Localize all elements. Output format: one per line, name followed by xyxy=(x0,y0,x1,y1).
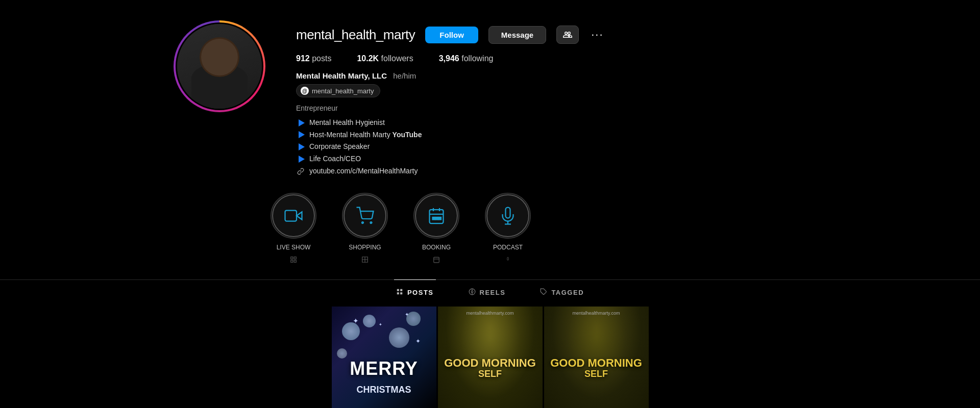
post-1-subtitle: CHRISTMAS xyxy=(357,385,411,395)
camera-icon xyxy=(284,207,303,225)
tab-tagged-label: TAGGED xyxy=(551,289,584,296)
post-1-title: MERRY xyxy=(350,358,418,379)
stat-followers[interactable]: 10.2K followers xyxy=(357,54,413,63)
highlight-circle-podcast xyxy=(486,194,529,237)
posts-label: posts xyxy=(312,54,331,63)
add-friend-button[interactable] xyxy=(556,26,579,44)
svg-rect-11 xyxy=(433,217,435,220)
bio-section: Entrepreneur Mental Health Hygienist Hos… xyxy=(296,103,980,177)
highlight-circle-shopping xyxy=(344,194,386,237)
highlight-label-podcast: PODCAST xyxy=(493,244,523,251)
highlight-label-booking: BOOKING xyxy=(422,244,451,251)
highlight-ring-shopping xyxy=(342,193,388,239)
highlight-label-shopping: SHOPPING xyxy=(349,244,381,251)
tab-tagged[interactable]: TAGGED xyxy=(538,279,586,305)
post-2-site: mentalhealthmarty.com xyxy=(467,311,514,316)
tabs-row: POSTS REELS TAGGED xyxy=(0,280,980,305)
svg-rect-3 xyxy=(294,260,296,262)
tab-reels-label: REELS xyxy=(480,289,506,296)
shopping-cart-icon xyxy=(356,207,374,225)
highlight-booking[interactable]: BOOKING xyxy=(413,193,459,264)
reels-icon xyxy=(469,288,476,297)
svg-rect-12 xyxy=(436,217,438,220)
svg-rect-18 xyxy=(397,289,399,291)
stats-row: 912 posts 10.2K followers 3,946 followin… xyxy=(296,54,980,63)
highlights-section: LIVE SHOW SHOPPING xyxy=(0,177,980,274)
bio-line-1: Mental Health Hygienist xyxy=(296,117,980,129)
svg-rect-0 xyxy=(285,210,297,221)
posts-count: 912 xyxy=(296,54,310,63)
threads-badge[interactable]: @ mental_health_marty xyxy=(296,84,380,97)
username: mental_health_marty xyxy=(296,27,415,43)
display-name: Mental Health Marty, LLC he/him xyxy=(296,71,980,80)
more-options-button[interactable]: ··· xyxy=(589,28,605,41)
post-3-text: GOOD MORNING SELF xyxy=(544,357,649,379)
play-icon-3 xyxy=(296,142,305,151)
highlight-sublabel-live xyxy=(290,256,297,264)
play-icon-1 xyxy=(296,118,305,128)
play-icon-4 xyxy=(296,155,305,164)
calendar-icon xyxy=(427,207,446,225)
bio-line-3: Corporate Speaker xyxy=(296,141,980,153)
tab-posts-label: POSTS xyxy=(407,289,434,296)
highlight-shopping[interactable]: SHOPPING xyxy=(342,193,388,264)
link-icon xyxy=(296,167,305,176)
svg-point-6 xyxy=(371,222,372,223)
avatar[interactable] xyxy=(174,20,265,112)
add-person-icon xyxy=(563,30,572,39)
stat-following[interactable]: 3,946 following xyxy=(439,54,494,63)
following-count: 3,946 xyxy=(439,54,459,63)
svg-point-5 xyxy=(362,222,363,223)
post-thumb-3[interactable]: mentalhealthmarty.com GOOD MORNING SELF xyxy=(544,307,649,408)
highlight-podcast[interactable]: PODCAST xyxy=(485,193,531,264)
highlight-ring-live xyxy=(271,193,316,239)
followers-label: followers xyxy=(381,54,413,63)
profile-header: mental_health_marty Follow Message ··· xyxy=(296,26,980,44)
microphone-icon xyxy=(499,207,517,225)
followers-count: 10.2K xyxy=(357,54,379,63)
stat-posts[interactable]: 912 posts xyxy=(296,54,331,63)
svg-rect-21 xyxy=(400,292,402,294)
threads-handle: mental_health_marty xyxy=(312,87,374,95)
highlight-label-live: LIVE SHOW xyxy=(277,244,311,251)
svg-rect-7 xyxy=(430,210,444,223)
message-button[interactable]: Message xyxy=(488,26,546,44)
post-3-site: mentalhealthmarty.com xyxy=(573,311,620,316)
bio-link-row: youtube.com/c/MentalHealthMarty xyxy=(296,165,980,177)
profile-section: mental_health_marty Follow Message ··· 9… xyxy=(0,0,980,177)
post-thumb-1[interactable]: ✦ ✦ ✦ ✦ MERRY CHRISTMAS xyxy=(332,307,436,408)
bio-line-2: Host-Mental Health Marty YouTube xyxy=(296,129,980,141)
svg-rect-4 xyxy=(291,260,293,262)
svg-rect-2 xyxy=(294,257,296,259)
highlight-ring-booking xyxy=(413,193,459,239)
svg-rect-20 xyxy=(397,292,399,294)
tab-reels[interactable]: REELS xyxy=(467,279,508,305)
grid-icon xyxy=(396,288,403,297)
post-thumb-2[interactable]: mentalhealthmarty.com GOOD MORNING SELF xyxy=(438,307,543,408)
svg-rect-14 xyxy=(434,257,439,262)
tag-icon xyxy=(540,288,547,297)
highlight-ring-podcast xyxy=(485,193,531,239)
bio-link[interactable]: youtube.com/c/MentalHealthMarty xyxy=(309,165,418,177)
pronouns: he/him xyxy=(393,71,416,80)
highlight-circle-live xyxy=(272,194,315,237)
posts-grid: ✦ ✦ ✦ ✦ MERRY CHRISTMAS mentalhealthmart… xyxy=(332,307,649,408)
svg-rect-19 xyxy=(400,289,402,291)
tab-posts[interactable]: POSTS xyxy=(394,279,436,305)
svg-rect-1 xyxy=(291,257,293,259)
highlight-sublabel-podcast xyxy=(505,256,510,264)
highlight-live-show[interactable]: LIVE SHOW xyxy=(271,193,316,264)
bio-line-4: Life Coach/CEO xyxy=(296,153,980,165)
bio-category: Entrepreneur xyxy=(296,103,980,115)
following-label: following xyxy=(461,54,493,63)
highlight-sublabel-shopping xyxy=(361,256,369,264)
follow-button[interactable]: Follow xyxy=(425,27,478,43)
play-icon-2 xyxy=(296,130,305,139)
highlight-sublabel-booking xyxy=(433,256,440,264)
threads-icon: @ xyxy=(301,87,309,95)
highlight-circle-booking xyxy=(415,194,458,237)
post-2-text: GOOD MORNING SELF xyxy=(438,357,543,379)
svg-point-23 xyxy=(471,291,473,293)
svg-rect-13 xyxy=(439,217,442,220)
profile-info: mental_health_marty Follow Message ··· 9… xyxy=(296,20,980,177)
